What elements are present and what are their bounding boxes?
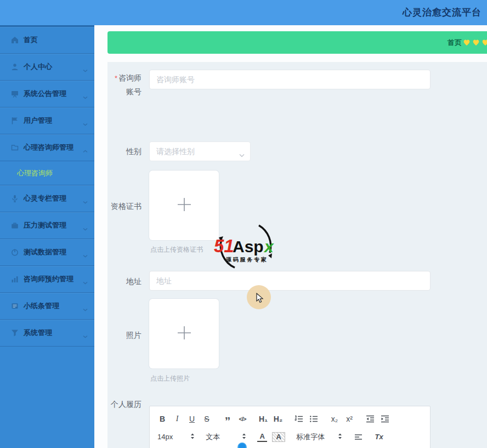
align-button[interactable] — [353, 431, 363, 443]
highlight-color-button[interactable]: A — [272, 432, 285, 442]
photo-upload-box[interactable] — [149, 299, 219, 368]
address-label: 地址 — [107, 275, 147, 288]
sidebar-nav: 首页 个人中心 系统公告管理 用户管理 — [0, 25, 94, 448]
chevron-down-icon — [83, 223, 88, 233]
note-icon — [11, 302, 19, 310]
sidebar-item-label: 测试数据管理 — [24, 247, 66, 257]
flag-icon — [11, 117, 19, 124]
underline-button[interactable]: U — [187, 413, 197, 425]
address-input[interactable] — [149, 271, 431, 291]
text-color-button[interactable]: A — [257, 432, 267, 442]
photo-upload-hint: 点击上传照片 — [150, 374, 190, 383]
account-input[interactable] — [149, 70, 431, 89]
sidebar-item-label: 小纸条管理 — [24, 301, 59, 311]
chevron-up-icon — [83, 145, 88, 155]
sidebar-item-label: 心理咨询师管理 — [24, 143, 73, 152]
updown-arrows-icon — [338, 433, 342, 441]
chevron-down-icon — [83, 65, 88, 75]
breadcrumb-home-link[interactable]: 首页 — [448, 31, 462, 54]
home-icon — [11, 36, 19, 44]
photo-label: 照片 — [107, 328, 147, 342]
user-icon — [11, 63, 19, 71]
certificate-label: 资格证书 — [107, 200, 147, 213]
chevron-down-icon — [83, 331, 88, 341]
chevron-down-icon — [83, 92, 88, 101]
editor-toolbar-row-2: 14px 文本 A A 标准字体 — [150, 429, 430, 444]
admin-page: 心灵治愈交流平台 首页 个人中心 系统公告管理 — [0, 0, 487, 448]
chevron-down-icon — [239, 150, 245, 160]
subscript-button[interactable]: x₂ — [330, 413, 339, 425]
heading1-button[interactable]: H₁ — [258, 413, 268, 425]
briefcase-icon — [11, 222, 19, 229]
ordered-list-button[interactable] — [294, 413, 304, 425]
resume-label: 个人履历 — [107, 398, 147, 411]
folder-icon — [11, 144, 19, 151]
updown-arrows-icon — [190, 433, 195, 441]
sidebar-item-label: 心灵专栏管理 — [24, 194, 66, 203]
app-title: 心灵治愈交流平台 — [403, 0, 482, 25]
sidebar-item-label: 系统公告管理 — [24, 89, 66, 99]
sidebar-subitem-counselor[interactable]: 心理咨询师 — [0, 161, 94, 185]
main-content: 首页 *咨询师账号 性别 请选择性别 资格证书 — [94, 25, 487, 448]
power-icon — [11, 248, 19, 256]
editor-toolbar-row-1: B I U S ” </> H₁ H₂ x₂ x² — [150, 411, 430, 426]
sidebar-item-label: 压力测试管理 — [24, 220, 66, 230]
chevron-down-icon — [83, 118, 88, 128]
board-icon — [11, 90, 19, 98]
sidebar-item-notes[interactable]: 小纸条管理 — [0, 293, 94, 320]
italic-button[interactable]: I — [172, 413, 182, 425]
sidebar-item-stress-test[interactable]: 压力测试管理 — [0, 212, 94, 239]
gender-label: 性别 — [107, 145, 147, 158]
font-size-picker[interactable]: 14px — [157, 431, 195, 443]
sidebar-item-personal-center[interactable]: 个人中心 — [0, 54, 94, 81]
sidebar-item-system[interactable]: 系统管理 — [0, 320, 94, 347]
chevron-down-icon — [83, 250, 88, 260]
sidebar-item-test-data[interactable]: 测试数据管理 — [0, 239, 94, 266]
code-button[interactable]: </> — [237, 413, 247, 425]
sidebar-subitem-label: 心理咨询师 — [17, 168, 53, 178]
gender-select[interactable]: 请选择性别 — [149, 141, 251, 161]
mic-icon — [11, 195, 19, 202]
resume-rich-text-editor: B I U S ” </> H₁ H₂ x₂ x² — [149, 406, 431, 448]
outdent-button[interactable] — [365, 413, 375, 425]
sidebar-item-label: 首页 — [24, 35, 38, 45]
plus-icon — [176, 325, 192, 343]
font-family-picker[interactable]: 标准字体 — [296, 431, 342, 443]
paragraph-style-picker[interactable]: 文本 — [206, 431, 246, 443]
top-header: 心灵治愈交流平台 — [0, 0, 487, 25]
sidebar-item-label: 个人中心 — [24, 62, 52, 72]
hearts-icon — [463, 38, 487, 49]
required-mark: * — [115, 74, 117, 82]
strikethrough-button[interactable]: S — [202, 413, 212, 425]
blockquote-button[interactable]: ” — [223, 411, 233, 427]
sidebar-item-home[interactable]: 首页 — [0, 27, 94, 54]
account-label: *咨询师账号 — [107, 71, 147, 98]
filter-icon — [11, 329, 19, 337]
superscript-button[interactable]: x² — [344, 413, 354, 425]
chevron-down-icon — [83, 277, 88, 287]
chevron-down-icon — [83, 196, 88, 206]
counselor-form: *咨询师账号 性别 请选择性别 资格证书 点击上传资格证书 地址 — [107, 62, 487, 448]
bold-button[interactable]: B — [157, 413, 167, 425]
clear-format-button[interactable]: Tx — [374, 431, 384, 443]
sidebar-item-user-management[interactable]: 用户管理 — [0, 107, 94, 134]
blue-dot-indicator — [237, 443, 247, 448]
sidebar-item-label: 用户管理 — [24, 116, 52, 126]
sidebar-item-announcements[interactable]: 系统公告管理 — [0, 81, 94, 107]
updown-arrows-icon — [242, 433, 246, 441]
sidebar-item-mind-column[interactable]: 心灵专栏管理 — [0, 185, 94, 212]
bullet-list-button[interactable] — [309, 413, 319, 425]
sidebar-item-counselor-management[interactable]: 心理咨询师管理 — [0, 134, 94, 161]
chart-icon — [11, 275, 19, 283]
certificate-upload-box[interactable] — [149, 171, 219, 240]
mouse-cursor-icon — [256, 293, 265, 305]
gender-select-placeholder: 请选择性别 — [156, 142, 195, 161]
breadcrumb-bar: 首页 — [107, 31, 487, 54]
indent-button[interactable] — [380, 413, 390, 425]
sidebar-item-label: 咨询师预约管理 — [24, 274, 73, 284]
chevron-down-icon — [83, 304, 88, 314]
sidebar-item-label: 系统管理 — [24, 328, 52, 338]
sidebar-item-appointments[interactable]: 咨询师预约管理 — [0, 266, 94, 293]
certificate-upload-hint: 点击上传资格证书 — [150, 245, 203, 254]
heading2-button[interactable]: H₂ — [273, 413, 283, 425]
